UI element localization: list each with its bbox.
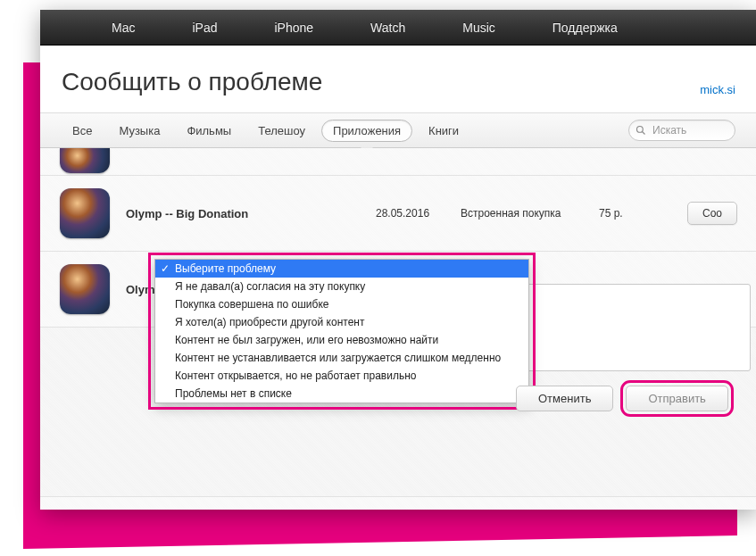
app-window: Mac iPad iPhone Watch Music Поддержка Со… — [40, 10, 756, 510]
tab-movies[interactable]: Фильмы — [176, 120, 242, 141]
dropdown-option[interactable]: Контент не был загружен, или его невозмо… — [155, 331, 528, 349]
topnav-iphone[interactable]: iPhone — [245, 21, 342, 35]
topnav-mac[interactable]: Mac — [58, 21, 163, 35]
tabs-group: Все Музыка Фильмы Телешоу Приложения Кни… — [62, 120, 469, 142]
app-icon — [60, 188, 110, 238]
purchase-type: Встроенная покупка — [461, 207, 599, 220]
page-title: Сообщить о проблеме — [62, 68, 322, 96]
submit-button[interactable]: Отправить — [626, 386, 727, 411]
search-wrapper — [628, 120, 735, 141]
user-account-link[interactable]: mick.si — [700, 83, 735, 96]
tab-music[interactable]: Музыка — [108, 120, 170, 141]
dropdown-option[interactable]: Контент не устанавливается или загружает… — [155, 349, 528, 367]
problem-select-dropdown[interactable]: Выберите проблему Я не давал(а) согласия… — [154, 259, 529, 403]
problem-panel: Выберите проблему Я не давал(а) согласия… — [154, 259, 752, 403]
page-header: Сообщить о проблеме mick.si — [40, 46, 756, 112]
purchase-list: Olymp -- Big Donation 28.05.2016 Встроен… — [40, 148, 756, 510]
top-navigation: Mac iPad iPhone Watch Music Поддержка — [40, 10, 756, 46]
purchase-price: 75 p. — [599, 207, 666, 220]
dropdown-option[interactable]: Покупка совершена по ошибке — [155, 295, 528, 313]
dropdown-option-placeholder[interactable]: Выберите проблему — [155, 260, 528, 278]
tab-all[interactable]: Все — [62, 120, 103, 141]
topnav-ipad[interactable]: iPad — [163, 21, 245, 35]
list-item: Olymp -- Big Donation 28.05.2016 Встроен… — [40, 176, 756, 252]
tab-tvshows[interactable]: Телешоу — [247, 120, 316, 141]
app-icon — [60, 264, 110, 314]
cancel-button[interactable]: Отменить — [516, 386, 613, 411]
dropdown-option[interactable]: Я хотел(а) приобрести другой контент — [155, 313, 528, 331]
list-item: Zapya - Best file transfer tool Lindong … — [40, 497, 756, 510]
topnav-music[interactable]: Music — [434, 21, 524, 35]
app-icon — [60, 148, 110, 173]
dropdown-option[interactable]: Контент открывается, но не работает прав… — [155, 367, 528, 385]
topnav-support[interactable]: Поддержка — [524, 21, 646, 35]
list-item-partial — [40, 148, 756, 176]
topnav-watch[interactable]: Watch — [342, 21, 434, 35]
search-input[interactable] — [628, 120, 735, 141]
tab-apps[interactable]: Приложения — [321, 120, 412, 142]
action-buttons: Отменить Отправить — [516, 386, 728, 411]
app-name: Olymp -- Big Donation — [126, 207, 376, 220]
tab-books[interactable]: Книги — [418, 120, 469, 141]
app-info: Olymp -- Big Donation 28.05.2016 Встроен… — [126, 207, 687, 220]
tabs-bar: Все Музыка Фильмы Телешоу Приложения Кни… — [40, 112, 756, 148]
report-button[interactable]: Соо — [687, 202, 737, 225]
dropdown-option[interactable]: Я не давал(а) согласия на эту покупку — [155, 278, 528, 295]
purchase-date: 28.05.2016 — [376, 207, 461, 220]
dropdown-option[interactable]: Проблемы нет в списке — [155, 385, 528, 402]
